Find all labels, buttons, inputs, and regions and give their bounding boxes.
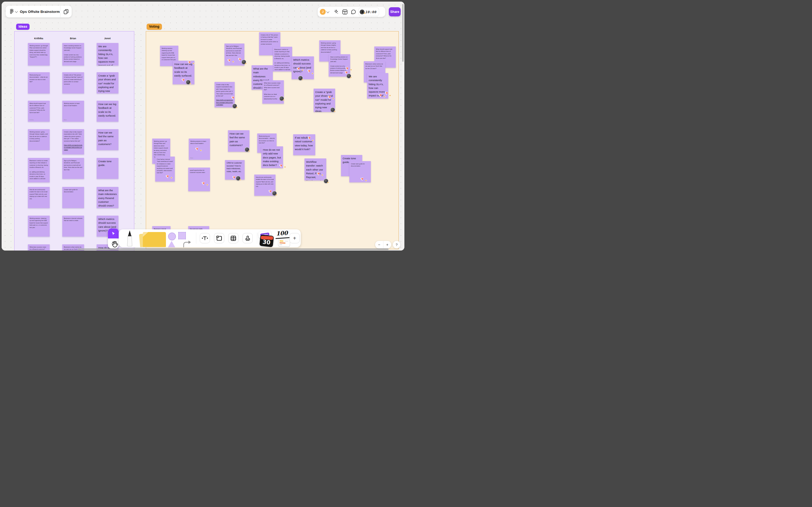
- sparkle-icon: ✦: [284, 166, 287, 169]
- section-tool[interactable]: [214, 233, 224, 243]
- sticky-note-link[interactable]: https://a16z.com/good-product-manager-ba…: [216, 99, 233, 106]
- help-button[interactable]: ?: [393, 241, 400, 248]
- sticky-note-text: Working session: going through Inkeep in…: [30, 131, 48, 142]
- sticky-note[interactable]: Create a day-to-day support expectations…: [62, 129, 84, 154]
- timer-widget[interactable]: ✦ 10:00: [358, 7, 379, 16]
- file-title[interactable]: Ops Offsite Brainstorm: [20, 10, 60, 14]
- sparkle-icon: ✦: [311, 139, 314, 142]
- countdown-widget[interactable]: 30: [259, 235, 274, 247]
- sticky-note[interactable]: What should support look like for differ…: [28, 101, 50, 122]
- sticky-note-tool[interactable]: [139, 231, 167, 247]
- sticky-note[interactable]: Brainstorm internal runbooks that we nee…: [62, 216, 84, 237]
- zoom-in-button[interactable]: +: [384, 241, 392, 248]
- figjam-window: IdeasVotingKrithikaBrianJonniWorking ses…: [2, 2, 404, 250]
- heart-sparkle-sticker: ♥♥✦: [360, 176, 366, 182]
- avatar-sticker: ✦: [324, 179, 329, 183]
- score-widget[interactable]: 100: [276, 230, 288, 237]
- text-tool[interactable]: [200, 233, 210, 243]
- shape-circle[interactable]: [168, 233, 176, 240]
- current-user-menu[interactable]: J: [320, 9, 329, 15]
- music-disc-icon: ✦: [360, 10, 364, 14]
- sparkle-icon: ✦: [301, 78, 304, 81]
- sticky-note[interactable]: Working session: going through Inkeep in…: [28, 129, 50, 150]
- planner-widget[interactable]: [278, 239, 290, 247]
- avatar-sticker: ✦: [272, 191, 277, 196]
- heart-sparkle-sticker: ♥♥✦: [307, 135, 314, 142]
- sticky-note[interactable]: Create tone guide.: [97, 158, 118, 179]
- sticky-note[interactable]: Create a "grab your shoes and run" model…: [97, 72, 118, 94]
- sticky-note[interactable]: Working session to learn about email hea…: [62, 101, 84, 122]
- select-tool[interactable]: [108, 229, 119, 238]
- avatar: J: [320, 9, 326, 15]
- comments-button[interactable]: [350, 8, 357, 15]
- sparkle-icon: ✦: [332, 98, 335, 101]
- canvas[interactable]: IdeasVotingKrithikaBrianJonniWorking ses…: [2, 2, 404, 250]
- sticky-note[interactable]: Create a list of "this person is having …: [62, 72, 84, 94]
- sparkle-icon: ✦: [301, 69, 304, 72]
- shape-triangle[interactable]: [167, 241, 176, 247]
- marker-tool[interactable]: [125, 230, 134, 247]
- column-header-krithika: Krithika: [34, 37, 43, 40]
- marker-icon: [125, 230, 134, 247]
- section-label-ideas[interactable]: Ideas: [16, 23, 30, 30]
- shape-square[interactable]: [178, 232, 186, 239]
- main-menu[interactable]: [10, 9, 17, 14]
- sticky-note-text: Brainstorm metrics to create reporting o…: [275, 48, 291, 71]
- sticky-note[interactable]: How can we log feedback at scale so its …: [97, 101, 118, 122]
- avatar-sticker: ✦: [279, 96, 284, 101]
- share-button[interactable]: Share: [389, 7, 401, 16]
- avatar-sticker: ✦: [186, 80, 191, 84]
- sticky-note-text: Brainstorm metrics to create reporting o…: [30, 160, 48, 180]
- sticky-note-text: Create a day-to-day support expectations…: [64, 131, 82, 142]
- sticky-note-icon: [139, 231, 167, 247]
- sticky-note-link[interactable]: https://a16z.com/good-product-manager-ba…: [64, 144, 82, 151]
- sticky-note[interactable]: Brainstorm metrics to create reporting o…: [28, 158, 50, 182]
- sticky-note[interactable]: Sign up for Mailgun, SendGrid, and Postm…: [62, 158, 84, 179]
- section-label-voting[interactable]: Voting: [147, 23, 162, 30]
- stamp-tool[interactable]: [242, 233, 253, 243]
- add-tool-button[interactable]: +: [289, 233, 300, 243]
- sticky-note-text: How do we continuously enable the team t…: [30, 188, 48, 200]
- heart-sparkle-sticker: ♥♥✦: [316, 171, 323, 177]
- heart-sparkle-sticker: ♥♥✦: [187, 59, 194, 65]
- sticky-note-text: How can we log feedback at scale so its …: [98, 102, 117, 118]
- sticky-note[interactable]: What does success mean for a Resend cust…: [28, 244, 50, 250]
- ai-actions-button[interactable]: [333, 8, 340, 15]
- sticky-note-text: Brainstorm what metrics do we want as ou…: [365, 63, 384, 69]
- sticky-note[interactable]: Workflow transfer: watch each other use …: [304, 158, 326, 180]
- sticky-note[interactable]: Working session: go through Plain and de…: [28, 43, 50, 65]
- sticky-note[interactable]: What are the main milestones every Resen…: [97, 187, 118, 208]
- connector-tool[interactable]: [183, 241, 192, 247]
- table-icon: [231, 236, 236, 241]
- sticky-note-text: How do we not only add new docs pages, b…: [263, 148, 281, 167]
- templates-button[interactable]: [341, 8, 348, 15]
- chevron-down-icon: [15, 10, 18, 13]
- sparkle-icon: ✦: [276, 193, 278, 196]
- sticky-note[interactable]: Working session: cleaning up and organiz…: [28, 216, 50, 237]
- sticky-note-text: What should support look like for differ…: [30, 102, 48, 114]
- sticky-note[interactable]: Brainstorm metrics to create reporting o…: [273, 47, 292, 71]
- sticky-note[interactable]: Create style guide for documentation: [62, 187, 84, 208]
- toolbar: Jambot 30 100 +: [119, 229, 301, 247]
- sticky-note[interactable]: Restructuring our documentation - what d…: [28, 72, 50, 94]
- sticky-note[interactable]: upsell opportunities for customer succes…: [188, 168, 210, 191]
- sparkle-icon: ✦: [170, 176, 173, 179]
- sticky-note[interactable]: Have a working session on Knowledge Cent…: [62, 43, 84, 65]
- zoom-out-button[interactable]: −: [375, 241, 384, 248]
- sticky-note-text: Create a day-to-day support expectations…: [216, 83, 233, 97]
- duplicate-button[interactable]: [60, 8, 72, 15]
- heart-sparkle-sticker: ♥♥✦: [327, 94, 334, 101]
- sticky-note-text: Working session: go through Plain and de…: [154, 140, 169, 158]
- horizontal-scrollbar[interactable]: [78, 248, 389, 250]
- vertical-scrollbar[interactable]: [402, 4, 404, 62]
- sticky-note[interactable]: How can we feel the same pain as custome…: [97, 129, 118, 150]
- sparkle-icon: ✦: [192, 62, 195, 65]
- sticky-note-text: How can we feel the same pain as custome…: [98, 131, 117, 146]
- sticky-note[interactable]: How do we continuously enable the team t…: [28, 187, 50, 208]
- sticky-note[interactable]: We are consistently hitting SLA's, how c…: [97, 43, 118, 65]
- sparkle-icon: ✦: [350, 76, 352, 79]
- sparkle-icon: ✦: [206, 184, 209, 187]
- table-tool[interactable]: [228, 233, 238, 243]
- heart-sparkle-sticker: ♥♥✦: [379, 92, 385, 99]
- comment-bubble-icon: [351, 9, 356, 14]
